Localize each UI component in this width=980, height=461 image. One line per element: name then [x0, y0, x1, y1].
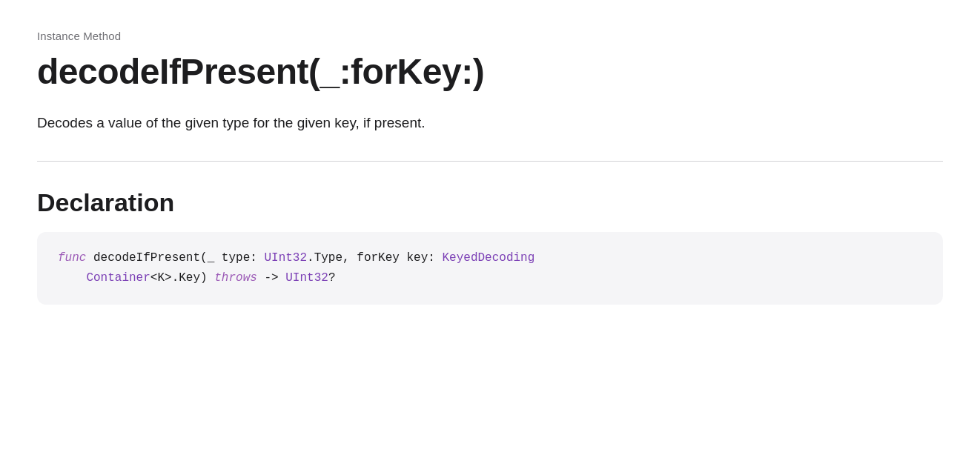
- section-divider: [37, 161, 943, 162]
- code-arrow: ->: [257, 271, 285, 285]
- code-container-type: Container: [86, 271, 150, 285]
- code-uint32-type: UInt32: [264, 251, 307, 265]
- code-keyed-decoding: KeyedDecoding: [443, 251, 535, 265]
- code-optional-marker: ?: [328, 271, 336, 285]
- code-throws-keyword: throws: [214, 271, 257, 285]
- description-text: Decodes a value of the given type for th…: [37, 113, 943, 134]
- code-method-name: decodeIfPresent(_ type:: [86, 251, 264, 265]
- code-type-rest: .Type, forKey key:: [307, 251, 442, 265]
- declaration-heading: Declaration: [37, 188, 943, 217]
- method-title: decodeIfPresent(_:forKey:): [37, 51, 943, 92]
- code-func-keyword: func: [58, 251, 86, 265]
- code-indent: [58, 271, 86, 285]
- code-key-rest: <K>.Key): [150, 271, 214, 285]
- instance-method-label: Instance Method: [37, 30, 943, 42]
- code-block: func decodeIfPresent(_ type: UInt32.Type…: [37, 232, 943, 305]
- code-return-type: UInt32: [285, 271, 328, 285]
